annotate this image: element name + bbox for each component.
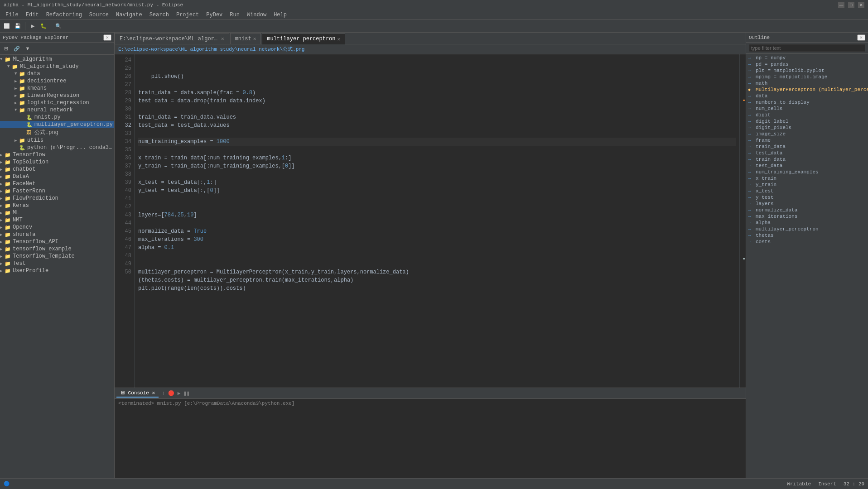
tree-item-22[interactable]: ▶📁NMT: [0, 216, 114, 224]
outline-item-20[interactable]: →y_train: [746, 182, 868, 188]
menu-item-project[interactable]: Project: [173, 11, 203, 19]
tree-item-17[interactable]: ▶📁FaceNet: [0, 180, 114, 187]
tree-item-1[interactable]: ▼📁ML_algorithm_study: [0, 63, 114, 70]
outline-item-18[interactable]: →num_training_examples: [746, 169, 868, 175]
outline-item-28[interactable]: →thetas: [746, 232, 868, 239]
outline-item-22[interactable]: →y_test: [746, 194, 868, 201]
explorer-menu[interactable]: ▼: [23, 43, 33, 53]
outline-label-25: max_iterations: [756, 214, 797, 219]
outline-item-25[interactable]: →max_iterations: [746, 213, 868, 220]
tree-item-8[interactable]: 🐍mnist.py: [0, 114, 114, 121]
tree-item-27[interactable]: ▶📁Tensorflow_Template: [0, 253, 114, 260]
code-content[interactable]: plt.show() train_data = data.sample(frac…: [135, 54, 739, 388]
outline-item-2[interactable]: →plt = matplotlib.pyplot: [746, 67, 868, 74]
menu-item-pydev[interactable]: PyDev: [203, 11, 226, 19]
console-tab[interactable]: 🖥 Console ✕: [116, 389, 159, 398]
maximize-button[interactable]: □: [848, 2, 854, 8]
outline-item-8[interactable]: →num_cells: [746, 105, 868, 112]
tree-item-20[interactable]: ▶📁Keras: [0, 202, 114, 209]
outline-close[interactable]: ✕: [857, 34, 865, 41]
tab-2[interactable]: multilayer_perceptron✕: [262, 34, 345, 44]
tab-1[interactable]: mnist✕: [230, 33, 261, 44]
menu-item-search[interactable]: Search: [146, 11, 173, 19]
outline-item-14[interactable]: →train_data: [746, 144, 868, 150]
tab-close-1[interactable]: ✕: [253, 36, 256, 42]
outline-item-19[interactable]: →x_train: [746, 175, 868, 182]
outline-item-10[interactable]: →digit_label: [746, 118, 868, 125]
line-number-42: 42: [115, 203, 131, 211]
tree-arrow-2: ▼: [14, 72, 19, 76]
minimize-button[interactable]: —: [838, 2, 844, 8]
outline-item-6[interactable]: →data: [746, 93, 868, 99]
tree-item-29[interactable]: ▶📁UserProfile: [0, 267, 114, 274]
tab-close-2[interactable]: ✕: [338, 36, 341, 42]
tree-item-26[interactable]: ▶📁tensorflow_example: [0, 245, 114, 253]
outline-item-12[interactable]: →image_size: [746, 131, 868, 137]
menu-item-window[interactable]: Window: [243, 11, 270, 19]
menu-item-file[interactable]: File: [2, 11, 22, 19]
explorer-link[interactable]: 🔗: [12, 43, 22, 53]
run-button[interactable]: ▶: [28, 21, 38, 31]
close-button[interactable]: ✕: [858, 2, 864, 8]
tree-item-23[interactable]: ▶📁Opencv: [0, 224, 114, 231]
menu-item-source[interactable]: Source: [86, 11, 112, 19]
outline-item-5[interactable]: ◆MultilayerPerceptron (multilayer_percep…: [746, 86, 868, 93]
tab-close-0[interactable]: ✕: [221, 36, 224, 42]
outline-item-26[interactable]: →alpha: [746, 220, 868, 226]
tab-0[interactable]: E:\eclipse-workspace\ML_algorithm_study\…: [115, 33, 229, 44]
tree-item-14[interactable]: ▶📁TopSolution: [0, 158, 114, 166]
tree-item-25[interactable]: ▶📁Tensorflow_API: [0, 238, 114, 245]
outline-item-13[interactable]: →frame: [746, 137, 868, 144]
tree-item-15[interactable]: ▶📁chatbot: [0, 166, 114, 173]
outline-item-16[interactable]: →train_data: [746, 156, 868, 163]
outline-filter-input[interactable]: [749, 44, 865, 52]
save-button[interactable]: 💾: [13, 21, 23, 31]
menu-item-navigate[interactable]: Navigate: [112, 11, 146, 19]
tree-item-21[interactable]: ▶📁ML: [0, 209, 114, 216]
outline-item-17[interactable]: →test_data: [746, 163, 868, 169]
explorer-collapse-all[interactable]: ⊟: [1, 43, 11, 53]
tree-item-9[interactable]: 🐍multilayer_perceptron.py: [0, 121, 114, 128]
tree-item-7[interactable]: ▼📁neural_network: [0, 106, 114, 114]
outline-label-5: MultilayerPerceptron (multilayer_percept…: [756, 87, 868, 92]
tree-item-19[interactable]: ▶📁FlowPrediction: [0, 195, 114, 202]
tree-item-4[interactable]: ▶📁kmeans: [0, 85, 114, 92]
outline-item-21[interactable]: →x_test: [746, 188, 868, 194]
menu-item-refactoring[interactable]: Refactoring: [43, 11, 86, 19]
tree-item-11[interactable]: ▶📁utils: [0, 137, 114, 144]
outline-item-15[interactable]: →test_data: [746, 150, 868, 156]
outline-item-27[interactable]: →multilayer_perceptron: [746, 226, 868, 232]
tree-item-18[interactable]: ▶📁FasterRcnn: [0, 187, 114, 195]
menu-item-run[interactable]: Run: [226, 11, 243, 19]
tree-item-3[interactable]: ▶📁decisiontree: [0, 77, 114, 85]
menu-item-help[interactable]: Help: [270, 11, 290, 19]
outline-item-24[interactable]: →normalize_data: [746, 207, 868, 213]
tree-item-0[interactable]: ▼📁ML_algorithm: [0, 56, 114, 63]
tree-item-24[interactable]: ▶📁shurafa: [0, 231, 114, 238]
outline-item-0[interactable]: →np = numpy: [746, 55, 868, 61]
tree-item-6[interactable]: ▶📁logistic_regression: [0, 99, 114, 106]
explorer-collapse[interactable]: ✕: [103, 34, 111, 41]
outline-item-4[interactable]: →math: [746, 80, 868, 86]
outline-item-9[interactable]: →digit: [746, 112, 868, 118]
outline-item-3[interactable]: →mpimg = matplotlib.image: [746, 74, 868, 80]
tree-item-13[interactable]: ▶📁Tensorflow: [0, 151, 114, 158]
line-number-36: 36: [115, 154, 131, 162]
debug-button[interactable]: 🐛: [39, 21, 48, 31]
new-button[interactable]: ⬜: [2, 21, 12, 31]
tree-item-12[interactable]: 🐍python (m\Progr... conda3\python.exe): [0, 144, 114, 151]
code-editor[interactable]: 2425262728293031323334353637383940414243…: [115, 54, 739, 388]
menu-item-edit[interactable]: Edit: [22, 11, 43, 19]
tree-item-2[interactable]: ▼📁data: [0, 70, 114, 77]
outline-item-29[interactable]: →costs: [746, 239, 868, 245]
tree-arrow-11: ▶: [14, 138, 19, 143]
outline-item-23[interactable]: →layers: [746, 201, 868, 207]
tree-item-5[interactable]: ▶📁LinearRegression: [0, 92, 114, 99]
search-button[interactable]: 🔍: [53, 21, 63, 31]
outline-item-11[interactable]: →digit_pixels: [746, 125, 868, 131]
tree-item-16[interactable]: ▶📁DataA: [0, 173, 114, 180]
tree-item-28[interactable]: ▶📁Test: [0, 260, 114, 267]
outline-item-1[interactable]: →pd = pandas: [746, 61, 868, 67]
outline-item-7[interactable]: →numbers_to_display: [746, 99, 868, 105]
tree-item-10[interactable]: 🖼公式.png: [0, 128, 114, 137]
